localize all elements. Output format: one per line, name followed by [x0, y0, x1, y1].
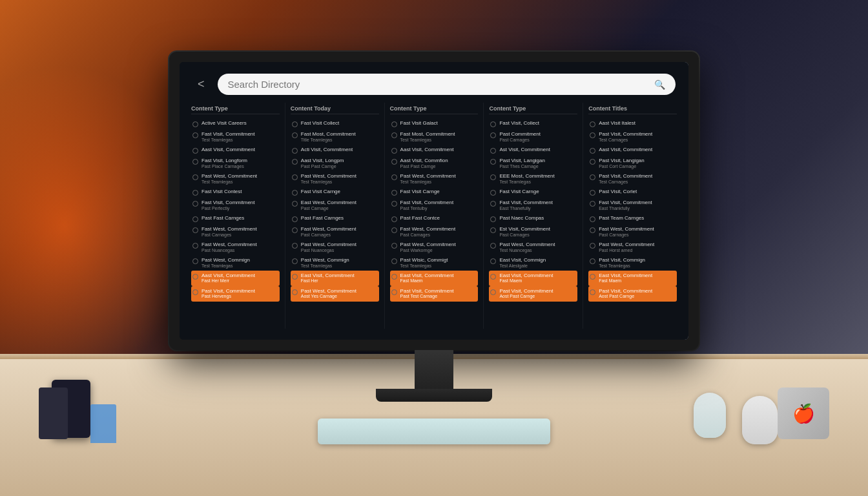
checkbox[interactable] [490, 148, 496, 154]
checkbox[interactable] [292, 174, 298, 180]
list-item[interactable]: Past Visit, Corlet [588, 187, 677, 198]
checkbox[interactable] [292, 227, 298, 233]
list-item[interactable]: Past Visit, CommitmentPast Test Carnage [390, 286, 479, 302]
list-item[interactable]: Aast Visit, Commitment [390, 145, 479, 156]
checkbox[interactable] [590, 121, 595, 127]
list-item[interactable]: Fast Visit Collect [291, 118, 379, 129]
checkbox[interactable] [490, 201, 496, 207]
checkbox[interactable] [490, 274, 496, 280]
list-item[interactable]: Past West, CommignTest Teamlegas [291, 255, 379, 271]
checkbox[interactable] [292, 216, 298, 222]
list-item[interactable]: East Visit, CommitmentFast Maem [390, 271, 479, 286]
checkbox[interactable] [292, 243, 298, 249]
list-item[interactable]: Fast Visit Carnge [291, 187, 379, 198]
checkbox[interactable] [590, 258, 595, 264]
checkbox[interactable] [391, 289, 397, 295]
checkbox[interactable] [590, 159, 595, 165]
list-item[interactable]: Fast Visit Carnge [489, 187, 577, 198]
checkbox[interactable] [590, 227, 595, 233]
checkbox[interactable] [192, 227, 198, 233]
list-item[interactable]: Fast Visit, Collect [489, 118, 577, 129]
checkbox[interactable] [292, 289, 298, 295]
checkbox[interactable] [391, 190, 397, 196]
list-item[interactable]: Est Visit, CommitmentPast Carnages [489, 224, 577, 240]
list-item[interactable]: Past West, CommitmentTest Teamlegas [291, 171, 379, 187]
checkbox[interactable] [391, 159, 397, 165]
list-item[interactable]: Past Fast Contce [390, 213, 479, 224]
list-item[interactable]: Aast Visit, Commitment [191, 145, 280, 156]
checkbox[interactable] [490, 289, 496, 295]
list-item[interactable]: Aast Visit Italest [588, 118, 677, 129]
list-item[interactable]: Past Visit, CommitmentAost Past Carnge [588, 286, 677, 302]
checkbox[interactable] [391, 274, 397, 280]
list-item[interactable]: Fast West, CommitmentPast Carnages [588, 224, 677, 240]
checkbox[interactable] [292, 132, 298, 138]
list-item[interactable]: Fast West, CommitmentPast Carnages [291, 224, 379, 240]
list-item[interactable]: Fast Visit Carnge [390, 187, 479, 198]
list-item[interactable]: East Visit, CommignTest Alestgate [489, 255, 577, 271]
list-item[interactable]: Fast Visit, CommitmentEast Thanefully [489, 198, 577, 213]
checkbox[interactable] [490, 227, 496, 233]
checkbox[interactable] [192, 258, 198, 264]
list-item[interactable]: East Visit, CommitmentFast Maem [489, 271, 577, 286]
checkbox[interactable] [292, 274, 298, 280]
search-input[interactable] [228, 79, 649, 90]
list-item[interactable]: Past CommitmentPast Carnages [489, 129, 577, 145]
list-item[interactable]: Past West, CommitmentPast Nuancegas [291, 240, 379, 255]
list-item[interactable]: Past Visit, CommitmentPast Hervengs [191, 286, 280, 302]
checkbox[interactable] [391, 201, 397, 207]
back-button[interactable]: < [192, 75, 210, 94]
list-item[interactable]: Fast Most, CommitmentTitle Teamlegas [291, 129, 379, 145]
list-item[interactable]: Ast Visit, Commitment [489, 145, 577, 156]
checkbox[interactable] [192, 148, 198, 154]
checkbox[interactable] [192, 132, 198, 138]
list-item[interactable]: Past Fast Carnges [291, 213, 379, 224]
checkbox[interactable] [391, 216, 397, 222]
checkbox[interactable] [292, 201, 298, 207]
list-item[interactable]: Past Naec Compas [489, 213, 577, 224]
list-item[interactable]: Fast West, CommitmentPast Nuancegas [191, 240, 280, 255]
list-item[interactable]: Fast Most, CommitmentTest Teamlegas [390, 129, 479, 145]
list-item[interactable]: Past West, CommitmentTest Teamlegas [390, 171, 479, 187]
checkbox[interactable] [292, 190, 298, 196]
list-item[interactable]: Past Visit, CommitmentAost Past Carnge [489, 286, 577, 302]
list-item[interactable]: Fast Visit, CommitmentPast Perfectly [191, 198, 280, 213]
list-item[interactable]: Aast Visit, LongpmPast Past Carnge [291, 156, 379, 171]
checkbox[interactable] [292, 159, 298, 165]
checkbox[interactable] [192, 174, 198, 180]
checkbox[interactable] [490, 121, 496, 127]
checkbox[interactable] [590, 201, 595, 207]
list-item[interactable]: Acti Visit, Commitment [291, 145, 379, 156]
checkbox[interactable] [391, 174, 397, 180]
checkbox[interactable] [391, 121, 397, 127]
checkbox[interactable] [192, 243, 198, 249]
list-item[interactable]: Fast West, CommitmentPast Carnages [191, 224, 280, 240]
list-item[interactable]: Aast Visit, CommitmentFast Her Merr [191, 271, 280, 286]
list-item[interactable]: Past Visit, CommitmentTest Carnages [588, 171, 677, 187]
checkbox[interactable] [490, 190, 496, 196]
list-item[interactable]: Active Visit Careers [191, 118, 280, 129]
checkbox[interactable] [192, 159, 198, 165]
list-item[interactable]: Past Team Carnges [588, 213, 677, 224]
checkbox[interactable] [590, 132, 595, 138]
list-item[interactable]: Past West, CommitmentPast Horst amed [588, 240, 677, 255]
list-item[interactable]: Past West, CommitmentTest Teamlegas [191, 171, 280, 187]
checkbox[interactable] [490, 243, 496, 249]
checkbox[interactable] [590, 243, 595, 249]
checkbox[interactable] [192, 201, 198, 207]
list-item[interactable]: Fast Visit Contest [191, 187, 280, 198]
list-item[interactable]: Past Visit, LangiganPast Cort Carnage [588, 156, 677, 171]
list-item[interactable]: Fast Visit, CommitmentPast Tentulby [390, 198, 479, 213]
list-item[interactable]: Past Wlsic, CommigtTest Teamlegas [390, 255, 479, 271]
checkbox[interactable] [391, 243, 397, 249]
checkbox[interactable] [590, 148, 595, 154]
list-item[interactable]: East Visit, CommitmentFast Maem [588, 271, 677, 286]
checkbox[interactable] [490, 174, 496, 180]
search-bar-container[interactable]: 🔍 [218, 74, 676, 95]
checkbox[interactable] [292, 148, 298, 154]
checkbox[interactable] [391, 132, 397, 138]
list-item[interactable]: Fast Visit, CommitmentEast Thankfully [588, 198, 677, 213]
checkbox[interactable] [590, 190, 595, 196]
list-item[interactable]: Past West, CommitmentPast Warkornge [390, 240, 479, 255]
checkbox[interactable] [490, 159, 496, 165]
